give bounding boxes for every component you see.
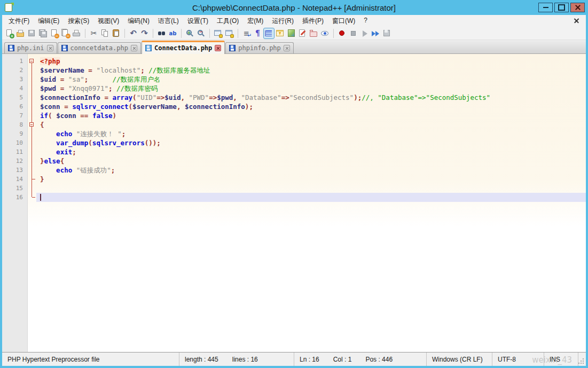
print-icon[interactable] xyxy=(72,28,82,38)
code-text[interactable]: var_dump(sqlsrv_errors()); xyxy=(36,138,586,147)
menu-item-7[interactable]: 工具(O) xyxy=(213,15,243,27)
fold-margin[interactable] xyxy=(28,57,36,66)
code-text[interactable]: { xyxy=(36,120,586,129)
close-button[interactable] xyxy=(570,3,585,12)
minimize-button[interactable] xyxy=(538,3,553,12)
menu-item-4[interactable]: 编码(N) xyxy=(123,15,154,27)
word-wrap-icon[interactable]: ≡↵ xyxy=(241,28,252,38)
fold-margin[interactable] xyxy=(28,147,36,156)
code-line-9[interactable]: 9 echo "连接失败！ "; xyxy=(2,129,586,138)
menu-item-11[interactable]: 窗口(W) xyxy=(328,15,359,27)
code-line-8[interactable]: 8{ xyxy=(2,120,586,129)
code-line-13[interactable]: 13 echo "链接成功"; xyxy=(2,166,586,175)
folder-as-workspace-icon[interactable] xyxy=(309,28,319,38)
code-line-14[interactable]: 14} xyxy=(2,175,586,184)
code-text[interactable]: } xyxy=(36,175,586,184)
record-macro-icon[interactable] xyxy=(337,28,347,38)
paste-icon[interactable] xyxy=(111,28,121,38)
code-text[interactable]: $connectionInfo = array("UID"=>$uid, "PW… xyxy=(36,93,586,102)
cut-icon[interactable]: ✂ xyxy=(89,28,99,38)
title-bar[interactable]: C:\phpweb\ConnectData.php - Notepad++ [A… xyxy=(0,0,588,15)
code-line-6[interactable]: 6$conn = sqlsrv_connect($serverName, $co… xyxy=(2,102,586,111)
code-line-7[interactable]: 7if( $conn == false) xyxy=(2,111,586,120)
code-area[interactable]: 1<?php2$serverName = "localhost"; //数据库服… xyxy=(2,54,586,202)
tab-ConnectData.php[interactable]: ConnectData.php xyxy=(142,41,225,54)
code-text[interactable] xyxy=(36,184,586,193)
code-text[interactable]: $uid = "sa"; //数据库用户名 xyxy=(36,75,586,84)
fold-margin[interactable] xyxy=(28,166,36,175)
fold-margin[interactable] xyxy=(28,175,36,184)
tab-close-icon[interactable] xyxy=(131,45,137,51)
zoom-in-icon[interactable]: + xyxy=(185,28,195,38)
fold-margin[interactable] xyxy=(28,138,36,147)
find-icon[interactable] xyxy=(156,28,167,38)
menu-item-12[interactable]: ? xyxy=(359,15,372,27)
stop-recording-icon[interactable] xyxy=(348,28,358,38)
playback-macro-icon[interactable] xyxy=(359,28,370,38)
function-list-icon[interactable] xyxy=(275,28,285,38)
code-line-2[interactable]: 2$serverName = "localhost"; //数据库服务器地址 xyxy=(2,66,586,75)
code-line-16[interactable]: 16 xyxy=(2,193,586,202)
menu-item-6[interactable]: 设置(T) xyxy=(183,15,213,27)
save-macro-icon[interactable] xyxy=(382,28,392,38)
fold-margin[interactable] xyxy=(28,84,36,93)
fold-margin[interactable] xyxy=(28,75,36,84)
code-line-1[interactable]: 1<?php xyxy=(2,57,586,66)
code-line-11[interactable]: 11 exit; xyxy=(2,147,586,156)
code-text[interactable] xyxy=(36,193,586,202)
tab-conncetdata.php[interactable]: conncetdata.php xyxy=(58,42,141,53)
open-file-icon[interactable] xyxy=(15,28,26,38)
menu-item-5[interactable]: 语言(L) xyxy=(154,15,183,27)
fold-margin[interactable] xyxy=(28,129,36,138)
code-line-3[interactable]: 3$uid = "sa"; //数据库用户名 xyxy=(2,75,586,84)
code-text[interactable]: $pwd = "Xnqq0971"; //数据库密码 xyxy=(36,84,586,93)
tab-close-icon[interactable] xyxy=(215,45,221,51)
fold-margin[interactable] xyxy=(28,102,36,111)
code-text[interactable]: $serverName = "localhost"; //数据库服务器地址 xyxy=(36,66,586,75)
replace-icon[interactable]: ab xyxy=(168,28,178,38)
save-all-icon[interactable] xyxy=(38,28,48,38)
tab-close-icon[interactable] xyxy=(284,45,290,51)
menu-item-1[interactable]: 编辑(E) xyxy=(34,15,64,27)
code-text[interactable]: <?php xyxy=(36,57,586,66)
sync-horizontal-scroll-icon[interactable] xyxy=(224,28,234,38)
menubar-close-icon[interactable] xyxy=(573,17,581,25)
menu-item-9[interactable]: 运行(R) xyxy=(268,15,298,27)
fold-margin[interactable] xyxy=(28,193,36,202)
run-macro-multiple-icon[interactable] xyxy=(371,28,381,38)
code-line-12[interactable]: 12}else{ xyxy=(2,156,586,166)
save-icon[interactable] xyxy=(27,28,37,38)
fold-margin[interactable] xyxy=(28,111,36,120)
code-line-15[interactable]: 15 xyxy=(2,184,586,193)
code-text[interactable]: echo "链接成功"; xyxy=(36,166,586,175)
zoom-out-icon[interactable]: − xyxy=(196,28,206,38)
code-line-4[interactable]: 4$pwd = "Xnqq0971"; //数据库密码 xyxy=(2,84,586,93)
menu-item-8[interactable]: 宏(M) xyxy=(243,15,268,27)
editor-pane[interactable]: 1<?php2$serverName = "localhost"; //数据库服… xyxy=(2,54,586,352)
document-edit-icon[interactable] xyxy=(297,28,308,38)
fold-margin[interactable] xyxy=(28,156,36,166)
menu-item-3[interactable]: 视图(V) xyxy=(93,15,123,27)
fold-margin[interactable] xyxy=(28,184,36,193)
copy-icon[interactable] xyxy=(100,28,110,38)
menu-item-2[interactable]: 搜索(S) xyxy=(64,15,93,27)
close-file-icon[interactable]: − xyxy=(49,28,59,38)
close-all-icon[interactable]: − xyxy=(60,28,70,38)
tab-php.ini[interactable]: php.ini xyxy=(4,42,57,53)
code-text[interactable]: echo "连接失败！ "; xyxy=(36,129,586,138)
code-line-10[interactable]: 10 var_dump(sqlsrv_errors()); xyxy=(2,138,586,147)
status-insert-mode[interactable]: INS xyxy=(544,353,578,366)
sync-vertical-scroll-icon[interactable] xyxy=(213,28,223,38)
tab-close-icon[interactable] xyxy=(47,45,53,51)
status-encoding[interactable]: UTF-8 xyxy=(492,353,544,366)
maximize-button[interactable] xyxy=(554,3,569,12)
code-text[interactable]: }else{ xyxy=(36,156,586,166)
fold-margin[interactable] xyxy=(28,120,36,129)
code-text[interactable]: $conn = sqlsrv_connect($serverName, $con… xyxy=(36,102,586,111)
redo-icon[interactable]: ↷ xyxy=(139,28,150,38)
undo-icon[interactable]: ↶ xyxy=(128,28,138,38)
fold-margin[interactable] xyxy=(28,93,36,102)
code-text[interactable]: if( $conn == false) xyxy=(36,111,586,120)
new-file-icon[interactable]: + xyxy=(4,28,14,38)
code-line-5[interactable]: 5$connectionInfo = array("UID"=>$uid, "P… xyxy=(2,93,586,102)
